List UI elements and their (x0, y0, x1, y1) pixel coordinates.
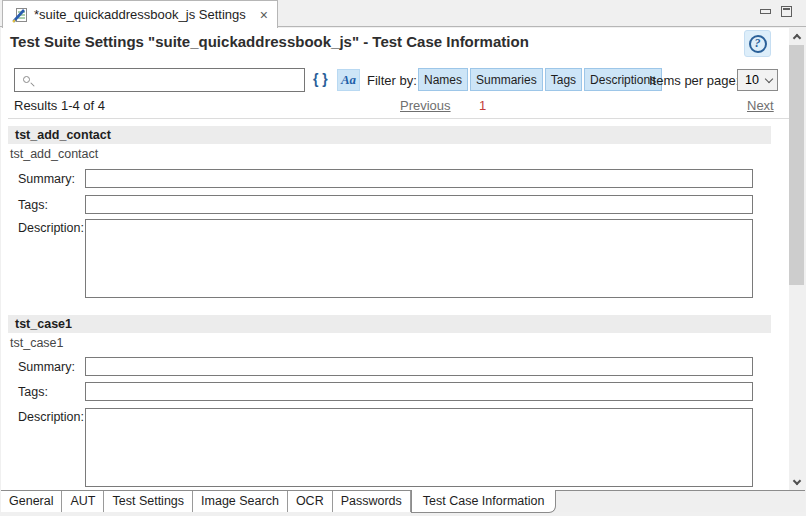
case-section-header: tst_add_contact (8, 126, 771, 144)
editor-tab-bar: *suite_quickaddressbook_js Settings × (0, 0, 806, 27)
filter-names-button[interactable]: Names (418, 68, 468, 91)
current-page-number[interactable]: 1 (479, 98, 486, 113)
tags-field[interactable] (85, 195, 753, 214)
filter-button-group: Names Summaries Tags Descriptions (418, 68, 662, 91)
tags-label: Tags: (18, 198, 48, 212)
items-per-page-label: Items per page: (649, 73, 739, 88)
tags-field[interactable] (85, 382, 753, 401)
page-title: Test Suite Settings "suite_quickaddressb… (10, 33, 529, 50)
search-input[interactable] (35, 69, 303, 91)
editor-tab-suite-settings[interactable]: *suite_quickaddressbook_js Settings × (2, 0, 278, 28)
summary-label: Summary: (18, 360, 75, 374)
case-section-header: tst_case1 (8, 315, 771, 333)
settings-editor-content: Test Suite Settings "suite_quickaddressb… (1, 28, 789, 490)
tab-general[interactable]: General (1, 491, 62, 512)
summary-field[interactable] (85, 357, 753, 376)
filter-by-label: Filter by: (367, 73, 417, 88)
tags-label: Tags: (18, 385, 48, 399)
next-page-link[interactable]: Next (747, 98, 774, 113)
scroll-down-icon[interactable] (789, 474, 804, 490)
results-count: Results 1-4 of 4 (14, 98, 105, 113)
tab-aut[interactable]: AUT (62, 491, 104, 512)
scrollbar-thumb[interactable] (789, 45, 804, 285)
regex-toggle-button[interactable]: { } (313, 71, 328, 87)
scroll-up-icon[interactable] (789, 28, 804, 44)
summary-field[interactable] (85, 169, 753, 188)
case-name-label: tst_add_contact (10, 147, 98, 161)
settings-tab-bar: General AUT Test Settings Image Search O… (1, 490, 805, 512)
close-icon[interactable]: × (260, 7, 268, 23)
divider (8, 118, 789, 119)
maximize-icon[interactable] (781, 6, 792, 17)
description-field[interactable] (85, 219, 753, 298)
tab-ocr[interactable]: OCR (288, 491, 333, 512)
previous-page-link[interactable]: Previous (400, 98, 451, 113)
suite-settings-icon (12, 7, 28, 23)
squish-settings-window: *suite_quickaddressbook_js Settings × Te… (0, 0, 806, 516)
filter-summaries-button[interactable]: Summaries (470, 68, 543, 91)
case-sensitive-toggle-button[interactable]: Aa (337, 69, 360, 91)
tab-test-settings[interactable]: Test Settings (104, 491, 193, 512)
minimize-icon[interactable] (760, 9, 771, 14)
description-field[interactable] (85, 408, 753, 487)
search-box (14, 68, 305, 92)
items-per-page-select[interactable]: 10 (737, 69, 778, 91)
vertical-scrollbar[interactable] (789, 28, 804, 490)
editor-tab-label: *suite_quickaddressbook_js Settings (34, 7, 246, 22)
help-icon: ? (749, 35, 767, 53)
summary-label: Summary: (18, 172, 75, 186)
tab-image-search[interactable]: Image Search (193, 491, 288, 512)
items-per-page-value: 10 (745, 73, 759, 87)
tab-test-case-information[interactable]: Test Case Information (411, 490, 557, 513)
description-label: Description: (18, 221, 84, 235)
tab-passwords[interactable]: Passwords (333, 491, 411, 512)
search-icon (23, 76, 30, 83)
help-button[interactable]: ? (744, 30, 771, 57)
chevron-down-icon (765, 74, 773, 82)
filter-tags-button[interactable]: Tags (545, 68, 582, 91)
case-name-label: tst_case1 (10, 336, 64, 350)
description-label: Description: (18, 410, 84, 424)
